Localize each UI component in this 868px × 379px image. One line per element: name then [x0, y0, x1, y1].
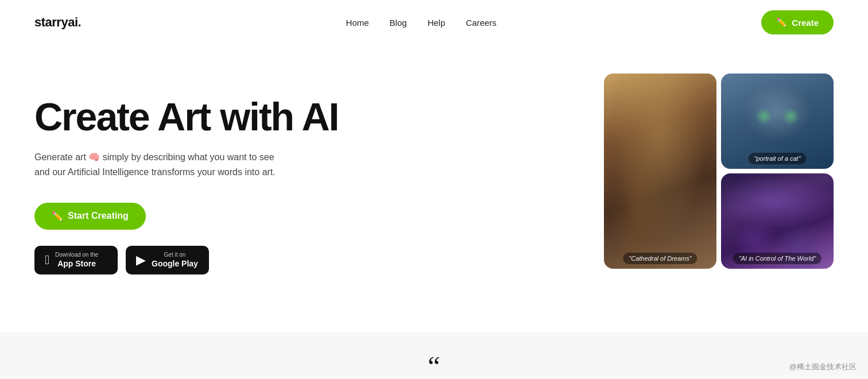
- cathedral-label: "Cathedral of Dreams": [623, 253, 697, 264]
- app-store-button[interactable]:  Download on the App Store: [34, 246, 118, 274]
- app-store-name: App Store: [55, 258, 98, 269]
- nav-help[interactable]: Help: [428, 18, 445, 28]
- google-play-label: Get it on: [152, 252, 198, 258]
- google-play-name: Google Play: [152, 258, 198, 269]
- art-grid: "Cathedral of Dreams" "portrait of a cat…: [604, 68, 834, 269]
- hero-subtitle: Generate art 🧠 simply by describing what…: [34, 150, 276, 179]
- create-button[interactable]: ✏️ Create: [761, 10, 834, 34]
- pencil-icon: ✏️: [776, 17, 787, 28]
- header: starryai. Home Blog Help Careers ✏️ Crea…: [0, 0, 868, 45]
- hero-left: Create Art with AI Generate art 🧠 simply…: [34, 68, 356, 274]
- quote-mark: “: [34, 359, 834, 373]
- testimonial-section: “ I have been experimenting with a lot o…: [0, 332, 868, 379]
- watermark: @稀土掘金技术社区: [789, 362, 857, 372]
- art-card-space: "AI in Control of The World": [721, 173, 834, 269]
- store-buttons:  Download on the App Store ▶ Get it on …: [34, 246, 356, 274]
- art-card-cathedral: "Cathedral of Dreams": [604, 74, 716, 269]
- nav: Home Blog Help Careers: [346, 18, 497, 28]
- hero-section: Create Art with AI Generate art 🧠 simply…: [0, 45, 868, 332]
- hero-title: Create Art with AI: [34, 96, 356, 137]
- nav-blog[interactable]: Blog: [390, 18, 407, 28]
- apple-icon: : [45, 253, 49, 268]
- pencil-icon-start: ✏️: [52, 211, 63, 222]
- cat-label: "portrait of a cat": [748, 153, 806, 164]
- brain-emoji: 🧠: [88, 152, 100, 162]
- start-creating-button[interactable]: ✏️ Start Creating: [34, 203, 146, 230]
- art-card-cat: "portrait of a cat": [721, 74, 834, 169]
- nav-careers[interactable]: Careers: [466, 18, 496, 28]
- nav-home[interactable]: Home: [346, 18, 369, 28]
- logo: starryai.: [34, 15, 81, 30]
- google-play-button[interactable]: ▶ Get it on Google Play: [126, 246, 209, 274]
- app-store-label: Download on the: [55, 252, 98, 258]
- play-icon: ▶: [136, 253, 146, 268]
- space-label: "AI in Control of The World": [733, 253, 822, 264]
